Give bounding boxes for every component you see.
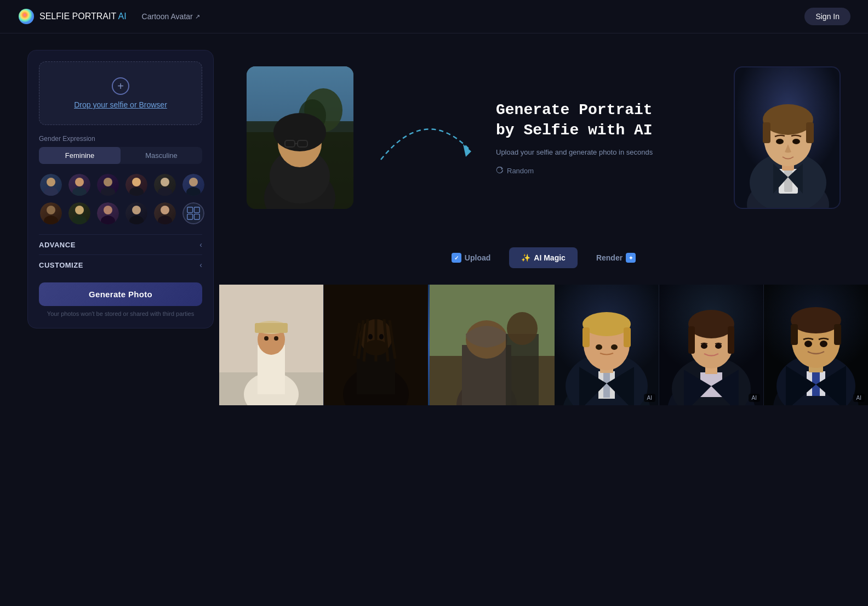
left-panel: + Drop your selfie or Browser Gender Exp… bbox=[27, 50, 214, 329]
random-avatar-box bbox=[182, 202, 204, 224]
hero-title: Generate Portraitby Selfie with AI bbox=[496, 100, 717, 140]
tab-ai-magic-label: AI Magic bbox=[534, 253, 566, 262]
svg-point-79 bbox=[364, 340, 388, 355]
svg-point-7 bbox=[132, 178, 141, 186]
avatar-item[interactable] bbox=[67, 173, 92, 197]
gallery-image-1 bbox=[219, 285, 323, 405]
svg-point-13 bbox=[47, 206, 55, 214]
svg-rect-25 bbox=[187, 214, 193, 219]
customize-arrow-icon: ‹ bbox=[199, 260, 202, 269]
svg-rect-128 bbox=[791, 324, 798, 345]
svg-point-10 bbox=[158, 187, 172, 196]
svg-point-21 bbox=[161, 206, 169, 214]
svg-point-78 bbox=[379, 334, 384, 339]
tab-ai-magic[interactable]: ✨ AI Magic bbox=[509, 247, 578, 268]
svg-point-11 bbox=[189, 178, 198, 186]
logo-portrait: PORTRAIT bbox=[70, 12, 116, 21]
svg-rect-63 bbox=[255, 323, 288, 333]
svg-point-6 bbox=[101, 187, 115, 196]
svg-point-127 bbox=[791, 307, 841, 333]
gallery-image-2 bbox=[323, 285, 428, 405]
avatar-item[interactable] bbox=[67, 201, 92, 225]
svg-point-22 bbox=[158, 216, 172, 224]
gallery-image-4: AI bbox=[555, 285, 659, 405]
avatar-item[interactable] bbox=[96, 173, 120, 197]
sign-in-button[interactable]: Sign In bbox=[804, 8, 850, 25]
avatar-item[interactable] bbox=[96, 201, 120, 225]
svg-point-64 bbox=[264, 336, 269, 341]
svg-point-116 bbox=[715, 343, 722, 349]
selfie-photo bbox=[247, 66, 353, 209]
avatar-grid bbox=[39, 173, 202, 225]
tabs-section: ✓ Upload ✨ AI Magic Render ✦ bbox=[247, 236, 841, 274]
svg-point-19 bbox=[132, 206, 141, 214]
tab-render[interactable]: Render ✦ bbox=[584, 247, 648, 268]
avatar-item[interactable] bbox=[124, 201, 149, 225]
ai-badge-2: AI bbox=[749, 394, 760, 402]
cartoon-avatar-link[interactable]: Cartoon Avatar ↗ bbox=[142, 12, 200, 21]
gender-toggle: Feminine Masculine bbox=[39, 147, 202, 164]
svg-point-65 bbox=[274, 336, 278, 341]
refresh-icon bbox=[496, 167, 504, 174]
header-left: SELFIE PORTRAIT AI Cartoon Avatar ↗ bbox=[18, 8, 200, 25]
header: SELFIE PORTRAIT AI Cartoon Avatar ↗ Sign… bbox=[0, 0, 868, 33]
external-link-icon: ↗ bbox=[195, 13, 200, 20]
avatar-item[interactable] bbox=[39, 173, 63, 197]
svg-point-0 bbox=[19, 9, 34, 24]
logo-ai: AI bbox=[116, 12, 127, 21]
advance-label: ADVANCE bbox=[39, 241, 76, 249]
gallery-image-6: AI bbox=[763, 285, 868, 405]
random-button[interactable]: Random bbox=[496, 167, 534, 175]
gender-feminine-button[interactable]: Feminine bbox=[39, 147, 121, 164]
svg-point-20 bbox=[129, 216, 144, 224]
upload-check-icon: ✓ bbox=[452, 253, 461, 263]
generate-photo-button[interactable]: Generate Photo bbox=[39, 282, 202, 306]
tab-render-label: Render bbox=[596, 253, 623, 262]
svg-point-98 bbox=[583, 312, 631, 336]
svg-point-9 bbox=[161, 178, 169, 186]
avatar-item[interactable] bbox=[181, 173, 205, 197]
upload-zone[interactable]: + Drop your selfie or Browser bbox=[39, 61, 202, 125]
svg-point-2 bbox=[44, 187, 58, 196]
ai-badge-3: AI bbox=[853, 394, 865, 402]
avatar-item[interactable] bbox=[124, 173, 149, 197]
hero-section: Generate Portraitby Selfie with AI Uploa… bbox=[247, 50, 841, 225]
svg-point-15 bbox=[75, 206, 84, 214]
logo-text: SELFIE PORTRAIT AI bbox=[39, 12, 127, 21]
avatar-item[interactable] bbox=[153, 173, 177, 197]
tab-upload[interactable]: ✓ Upload bbox=[439, 247, 502, 268]
svg-point-4 bbox=[72, 187, 87, 196]
browser-link[interactable]: Browser bbox=[139, 100, 167, 109]
svg-point-112 bbox=[688, 310, 734, 338]
arrow-arc bbox=[370, 99, 479, 176]
hero-text-area: Generate Portraitby Selfie with AI Uploa… bbox=[496, 100, 717, 174]
gallery-row: AI bbox=[219, 285, 868, 405]
logo[interactable]: SELFIE PORTRAIT AI bbox=[18, 8, 127, 25]
logo-icon bbox=[18, 8, 35, 25]
svg-point-77 bbox=[368, 334, 373, 339]
ai-badge-1: AI bbox=[644, 394, 655, 402]
svg-rect-99 bbox=[583, 327, 590, 347]
hero-subtitle: Upload your selfie and generate photo in… bbox=[496, 147, 717, 158]
svg-point-18 bbox=[101, 216, 115, 224]
gallery-image-5: AI bbox=[659, 285, 763, 405]
advance-section[interactable]: ADVANCE ‹ bbox=[39, 234, 202, 254]
svg-point-101 bbox=[596, 344, 602, 350]
svg-rect-114 bbox=[728, 326, 734, 354]
avatar-item[interactable] bbox=[39, 201, 63, 225]
avatar-item[interactable] bbox=[153, 201, 177, 225]
svg-rect-26 bbox=[194, 214, 199, 219]
portrait-photo bbox=[735, 67, 840, 208]
gender-label: Gender Expression bbox=[39, 135, 202, 143]
svg-point-131 bbox=[820, 341, 827, 347]
customize-section[interactable]: CUSTOMIZE ‹ bbox=[39, 254, 202, 275]
gallery-image-3 bbox=[430, 285, 555, 405]
svg-point-34 bbox=[273, 113, 326, 151]
svg-point-8 bbox=[129, 187, 144, 196]
gender-masculine-button[interactable]: Masculine bbox=[121, 147, 202, 164]
random-avatar-item[interactable] bbox=[181, 201, 205, 225]
gallery: AI bbox=[219, 285, 868, 405]
customize-label: CUSTOMIZE bbox=[39, 261, 83, 269]
render-badge-icon: ✦ bbox=[626, 253, 636, 263]
svg-rect-129 bbox=[834, 324, 841, 345]
